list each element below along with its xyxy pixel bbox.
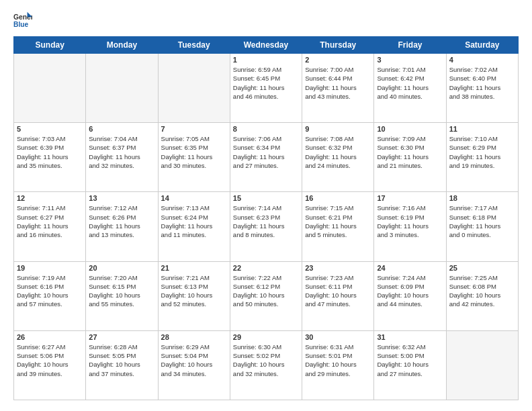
- calendar-header-friday: Friday: [374, 37, 446, 54]
- svg-text:Blue: Blue: [13, 21, 29, 28]
- day-number: 7: [161, 125, 227, 133]
- day-number: 2: [305, 56, 371, 64]
- day-info: Sunrise: 7:16 AM Sunset: 6:19 PM Dayligh…: [377, 203, 443, 239]
- logo: General Blue: [13, 11, 32, 30]
- calendar-cell: 8Sunrise: 7:06 AM Sunset: 6:34 PM Daylig…: [230, 123, 302, 192]
- day-number: 25: [449, 264, 515, 272]
- day-number: 4: [449, 56, 515, 64]
- day-info: Sunrise: 7:23 AM Sunset: 6:11 PM Dayligh…: [305, 273, 371, 309]
- day-info: Sunrise: 7:12 AM Sunset: 6:26 PM Dayligh…: [89, 203, 154, 239]
- day-number: 6: [89, 125, 154, 133]
- calendar-header-row: SundayMondayTuesdayWednesdayThursdayFrid…: [14, 37, 519, 54]
- day-info: Sunrise: 7:04 AM Sunset: 6:37 PM Dayligh…: [89, 134, 154, 170]
- day-number: 14: [161, 194, 227, 202]
- day-info: Sunrise: 7:13 AM Sunset: 6:24 PM Dayligh…: [161, 203, 227, 239]
- day-number: 27: [89, 333, 154, 341]
- calendar-cell: 5Sunrise: 7:03 AM Sunset: 6:39 PM Daylig…: [14, 123, 86, 192]
- calendar-cell: [446, 330, 518, 400]
- calendar-cell: 3Sunrise: 7:01 AM Sunset: 6:42 PM Daylig…: [374, 54, 446, 123]
- calendar-cell: 27Sunrise: 6:28 AM Sunset: 5:05 PM Dayli…: [86, 330, 158, 400]
- header: General Blue: [13, 11, 519, 30]
- day-number: 3: [377, 56, 443, 64]
- calendar-week-2: 5Sunrise: 7:03 AM Sunset: 6:39 PM Daylig…: [14, 123, 519, 192]
- day-info: Sunrise: 6:29 AM Sunset: 5:04 PM Dayligh…: [161, 342, 227, 378]
- day-number: 31: [377, 333, 443, 341]
- day-number: 9: [305, 125, 371, 133]
- day-number: 17: [377, 194, 443, 202]
- day-number: 21: [161, 264, 227, 272]
- day-info: Sunrise: 7:10 AM Sunset: 6:29 PM Dayligh…: [449, 134, 515, 170]
- day-number: 8: [233, 125, 299, 133]
- day-info: Sunrise: 7:21 AM Sunset: 6:13 PM Dayligh…: [161, 273, 227, 309]
- day-number: 24: [377, 264, 443, 272]
- day-number: 5: [17, 125, 83, 133]
- page: General Blue SundayMondayTuesdayWednesda…: [0, 0, 532, 411]
- calendar-cell: 31Sunrise: 6:32 AM Sunset: 5:00 PM Dayli…: [374, 330, 446, 400]
- day-number: 20: [89, 264, 154, 272]
- calendar-cell: 19Sunrise: 7:19 AM Sunset: 6:16 PM Dayli…: [14, 261, 86, 330]
- day-number: 13: [89, 194, 154, 202]
- calendar-cell: 9Sunrise: 7:08 AM Sunset: 6:32 PM Daylig…: [302, 123, 374, 192]
- day-info: Sunrise: 7:09 AM Sunset: 6:30 PM Dayligh…: [377, 134, 443, 170]
- calendar-cell: 12Sunrise: 7:11 AM Sunset: 6:27 PM Dayli…: [14, 192, 86, 261]
- day-info: Sunrise: 7:02 AM Sunset: 6:40 PM Dayligh…: [449, 65, 515, 101]
- day-number: 12: [17, 194, 83, 202]
- day-number: 22: [233, 264, 299, 272]
- logo-icon: General Blue: [13, 11, 32, 30]
- day-number: 10: [377, 125, 443, 133]
- day-info: Sunrise: 6:32 AM Sunset: 5:00 PM Dayligh…: [377, 342, 443, 378]
- calendar-cell: [158, 54, 230, 123]
- calendar-cell: 23Sunrise: 7:23 AM Sunset: 6:11 PM Dayli…: [302, 261, 374, 330]
- calendar-header-tuesday: Tuesday: [158, 37, 230, 54]
- day-number: 23: [305, 264, 371, 272]
- calendar-cell: 2Sunrise: 7:00 AM Sunset: 6:44 PM Daylig…: [302, 54, 374, 123]
- calendar-cell: 21Sunrise: 7:21 AM Sunset: 6:13 PM Dayli…: [158, 261, 230, 330]
- calendar-cell: 26Sunrise: 6:27 AM Sunset: 5:06 PM Dayli…: [14, 330, 86, 400]
- day-info: Sunrise: 6:28 AM Sunset: 5:05 PM Dayligh…: [89, 342, 154, 378]
- day-info: Sunrise: 7:08 AM Sunset: 6:32 PM Dayligh…: [305, 134, 371, 170]
- day-number: 26: [17, 333, 83, 341]
- day-info: Sunrise: 7:17 AM Sunset: 6:18 PM Dayligh…: [449, 203, 515, 239]
- calendar-cell: 16Sunrise: 7:15 AM Sunset: 6:21 PM Dayli…: [302, 192, 374, 261]
- day-info: Sunrise: 7:25 AM Sunset: 6:08 PM Dayligh…: [449, 273, 515, 309]
- day-info: Sunrise: 7:20 AM Sunset: 6:15 PM Dayligh…: [89, 273, 154, 309]
- calendar-header-sunday: Sunday: [14, 37, 86, 54]
- calendar-week-5: 26Sunrise: 6:27 AM Sunset: 5:06 PM Dayli…: [14, 330, 519, 400]
- day-info: Sunrise: 6:59 AM Sunset: 6:45 PM Dayligh…: [233, 65, 299, 101]
- calendar-cell: 24Sunrise: 7:24 AM Sunset: 6:09 PM Dayli…: [374, 261, 446, 330]
- calendar-table: SundayMondayTuesdayWednesdayThursdayFrid…: [13, 36, 519, 400]
- day-info: Sunrise: 7:11 AM Sunset: 6:27 PM Dayligh…: [17, 203, 83, 239]
- day-info: Sunrise: 6:30 AM Sunset: 5:02 PM Dayligh…: [233, 342, 299, 378]
- day-info: Sunrise: 7:01 AM Sunset: 6:42 PM Dayligh…: [377, 65, 443, 101]
- calendar-header-monday: Monday: [86, 37, 158, 54]
- day-info: Sunrise: 7:05 AM Sunset: 6:35 PM Dayligh…: [161, 134, 227, 170]
- day-info: Sunrise: 7:15 AM Sunset: 6:21 PM Dayligh…: [305, 203, 371, 239]
- day-info: Sunrise: 7:14 AM Sunset: 6:23 PM Dayligh…: [233, 203, 299, 239]
- day-info: Sunrise: 6:31 AM Sunset: 5:01 PM Dayligh…: [305, 342, 371, 378]
- calendar-header-thursday: Thursday: [302, 37, 374, 54]
- day-number: 15: [233, 194, 299, 202]
- calendar-cell: 6Sunrise: 7:04 AM Sunset: 6:37 PM Daylig…: [86, 123, 158, 192]
- calendar-cell: 30Sunrise: 6:31 AM Sunset: 5:01 PM Dayli…: [302, 330, 374, 400]
- day-info: Sunrise: 7:24 AM Sunset: 6:09 PM Dayligh…: [377, 273, 443, 309]
- calendar-cell: 11Sunrise: 7:10 AM Sunset: 6:29 PM Dayli…: [446, 123, 518, 192]
- calendar-header-wednesday: Wednesday: [230, 37, 302, 54]
- day-number: 16: [305, 194, 371, 202]
- calendar-cell: 22Sunrise: 7:22 AM Sunset: 6:12 PM Dayli…: [230, 261, 302, 330]
- calendar-week-1: 1Sunrise: 6:59 AM Sunset: 6:45 PM Daylig…: [14, 54, 519, 123]
- calendar-cell: 20Sunrise: 7:20 AM Sunset: 6:15 PM Dayli…: [86, 261, 158, 330]
- day-number: 29: [233, 333, 299, 341]
- day-info: Sunrise: 7:06 AM Sunset: 6:34 PM Dayligh…: [233, 134, 299, 170]
- calendar-cell: 28Sunrise: 6:29 AM Sunset: 5:04 PM Dayli…: [158, 330, 230, 400]
- calendar-cell: 25Sunrise: 7:25 AM Sunset: 6:08 PM Dayli…: [446, 261, 518, 330]
- calendar-week-4: 19Sunrise: 7:19 AM Sunset: 6:16 PM Dayli…: [14, 261, 519, 330]
- day-number: 18: [449, 194, 515, 202]
- day-number: 19: [17, 264, 83, 272]
- calendar-cell: 4Sunrise: 7:02 AM Sunset: 6:40 PM Daylig…: [446, 54, 518, 123]
- day-info: Sunrise: 6:27 AM Sunset: 5:06 PM Dayligh…: [17, 342, 83, 378]
- calendar-cell: 17Sunrise: 7:16 AM Sunset: 6:19 PM Dayli…: [374, 192, 446, 261]
- calendar-cell: 10Sunrise: 7:09 AM Sunset: 6:30 PM Dayli…: [374, 123, 446, 192]
- calendar-cell: 7Sunrise: 7:05 AM Sunset: 6:35 PM Daylig…: [158, 123, 230, 192]
- calendar-cell: 14Sunrise: 7:13 AM Sunset: 6:24 PM Dayli…: [158, 192, 230, 261]
- day-number: 30: [305, 333, 371, 341]
